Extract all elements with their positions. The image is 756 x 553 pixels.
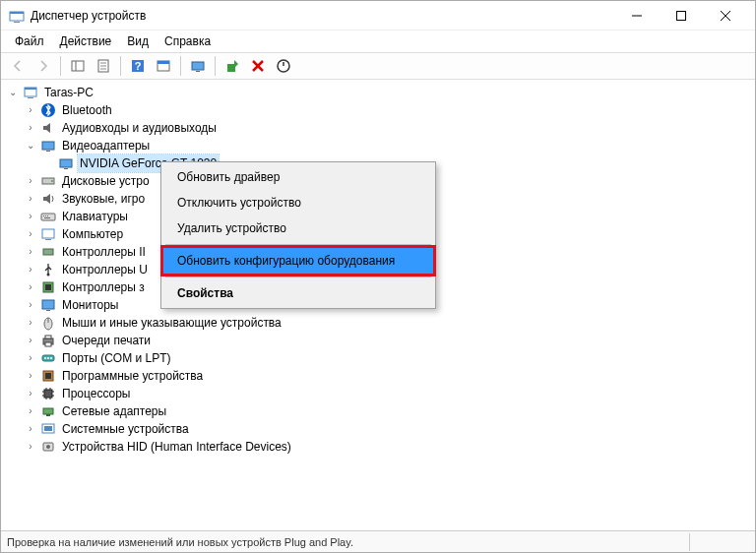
- tree-label: Аудиовходы и аудиовыходы: [60, 119, 219, 137]
- svg-rect-39: [45, 239, 51, 240]
- toolbar-back-button: [6, 54, 30, 78]
- ctx-scan-hardware[interactable]: Обновить конфигурацию оборудования: [163, 248, 433, 274]
- tree-hid[interactable]: › Устройства HID (Human Interface Device…: [7, 438, 749, 456]
- collapse-icon[interactable]: ⌄: [7, 87, 19, 98]
- expand-icon[interactable]: ›: [25, 175, 36, 187]
- menu-file[interactable]: Файл: [7, 32, 52, 50]
- tree-print[interactable]: › Очереди печати: [7, 332, 749, 349]
- controller-icon: [40, 244, 56, 260]
- tree-label: Компьютер: [60, 225, 125, 243]
- expand-icon[interactable]: ›: [25, 388, 36, 399]
- toolbar: ?: [1, 52, 755, 80]
- keyboard-icon: [40, 209, 56, 224]
- toolbar-properties-button[interactable]: [92, 54, 115, 78]
- svg-rect-33: [41, 214, 55, 220]
- svg-point-52: [44, 357, 46, 359]
- svg-point-32: [51, 180, 53, 182]
- expand-icon[interactable]: ›: [25, 299, 36, 311]
- mouse-icon: [40, 315, 56, 331]
- expand-icon[interactable]: ›: [25, 211, 36, 222]
- ctx-separator: [165, 244, 431, 245]
- svg-rect-40: [43, 249, 53, 255]
- svg-rect-28: [46, 151, 50, 152]
- tree-label: Контроллеры з: [60, 278, 147, 296]
- tree-label: Taras-PC: [42, 84, 95, 101]
- expand-icon[interactable]: ›: [25, 104, 36, 116]
- software-icon: [40, 368, 56, 384]
- close-button[interactable]: [703, 1, 747, 30]
- tree-label: Системные устройства: [60, 420, 191, 438]
- svg-rect-25: [28, 97, 33, 98]
- expand-icon[interactable]: ›: [25, 264, 36, 276]
- status-separator: [689, 533, 749, 551]
- ctx-update-driver[interactable]: Обновить драйвер: [163, 164, 433, 190]
- hid-icon: [40, 439, 56, 455]
- toolbar-uninstall-button[interactable]: [246, 54, 270, 78]
- tree-label: Контроллеры U: [60, 261, 150, 278]
- tree-root[interactable]: ⌄ Taras-PC: [7, 84, 749, 101]
- collapse-icon[interactable]: ⌄: [25, 140, 36, 152]
- window-title: Диспетчер устройств: [31, 9, 614, 23]
- toolbar-help-button[interactable]: ?: [126, 54, 150, 78]
- expand-icon[interactable]: ›: [25, 352, 36, 364]
- computer-icon: [40, 226, 56, 242]
- expand-icon[interactable]: ›: [25, 246, 36, 258]
- expand-icon[interactable]: ›: [25, 423, 36, 435]
- tree-ports[interactable]: › Порты (COM и LPT): [7, 349, 749, 367]
- minimize-button[interactable]: [614, 1, 659, 30]
- usb-icon: [40, 262, 56, 277]
- toolbar-separator: [180, 56, 181, 76]
- toolbar-separator: [215, 56, 216, 76]
- ctx-properties[interactable]: Свойства: [163, 280, 433, 306]
- menu-action[interactable]: Действие: [52, 32, 120, 50]
- toolbar-scan-button[interactable]: [186, 54, 210, 78]
- expand-icon[interactable]: ›: [25, 122, 36, 134]
- svg-rect-56: [45, 373, 51, 379]
- tree-label: Bluetooth: [60, 101, 114, 119]
- tree-label: Контроллеры II: [60, 243, 148, 261]
- toolbar-show-hide-button[interactable]: [66, 54, 90, 78]
- tree-bluetooth[interactable]: › Bluetooth: [7, 101, 749, 119]
- tree-label: Видеоадаптеры: [60, 137, 152, 154]
- menu-view[interactable]: Вид: [119, 32, 157, 50]
- tree-label: Звуковые, игро: [60, 190, 147, 208]
- ctx-uninstall-device[interactable]: Удалить устройство: [163, 215, 433, 241]
- expand-icon[interactable]: ›: [25, 317, 36, 329]
- tree-video[interactable]: ⌄ Видеоадаптеры: [7, 137, 749, 154]
- menu-help[interactable]: Справка: [157, 32, 219, 50]
- window-buttons: [614, 1, 747, 30]
- maximize-button[interactable]: [659, 1, 703, 30]
- tree-label: Сетевые адаптеры: [60, 402, 168, 420]
- tree-audio[interactable]: › Аудиовходы и аудиовыходы: [7, 119, 749, 137]
- tree-system[interactable]: › Системные устройства: [7, 420, 749, 438]
- tree-cpu[interactable]: › Процессоры: [7, 385, 749, 402]
- tree-mouse[interactable]: › Мыши и иные указывающие устройства: [7, 314, 749, 332]
- bluetooth-icon: [40, 102, 56, 118]
- tree-software[interactable]: › Программные устройства: [7, 367, 749, 385]
- tree-network[interactable]: › Сетевые адаптеры: [7, 402, 749, 420]
- svg-rect-29: [60, 159, 72, 167]
- audio-icon: [40, 120, 56, 136]
- svg-rect-27: [42, 142, 54, 150]
- app-icon: [9, 8, 25, 24]
- svg-rect-67: [46, 414, 50, 416]
- expand-icon[interactable]: ›: [25, 335, 36, 346]
- system-icon: [40, 421, 56, 437]
- expand-icon[interactable]: ›: [25, 370, 36, 382]
- toolbar-disable-button[interactable]: [272, 54, 295, 78]
- svg-rect-37: [44, 217, 50, 218]
- ctx-disable-device[interactable]: Отключить устройство: [163, 190, 433, 215]
- toolbar-icon-button[interactable]: [152, 54, 175, 78]
- svg-rect-36: [47, 215, 48, 216]
- expand-icon[interactable]: ›: [25, 228, 36, 240]
- svg-rect-19: [227, 64, 235, 72]
- svg-rect-18: [196, 71, 200, 72]
- cpu-icon: [40, 386, 56, 401]
- expand-icon[interactable]: ›: [25, 193, 36, 205]
- svg-rect-2: [14, 22, 20, 23]
- expand-icon[interactable]: ›: [25, 405, 36, 417]
- sound-icon: [40, 191, 56, 207]
- expand-icon[interactable]: ›: [25, 281, 36, 293]
- toolbar-update-driver-button[interactable]: [220, 54, 244, 78]
- expand-icon[interactable]: ›: [25, 441, 36, 453]
